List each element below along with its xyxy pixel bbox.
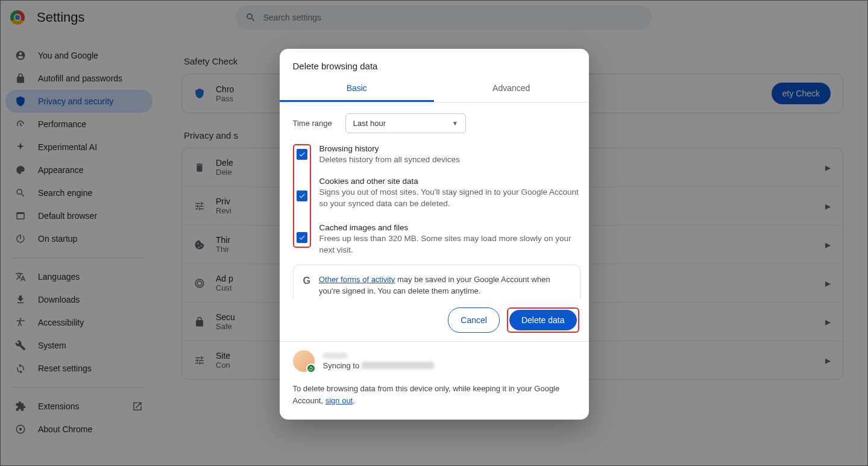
time-range-select[interactable]: Last hour ▼	[345, 113, 466, 133]
sign-out-link[interactable]: sign out	[326, 396, 353, 405]
delete-browsing-data-dialog: Delete browsing data Basic Advanced Time…	[280, 49, 589, 420]
option-sub: Frees up less than 320 MB. Some sites ma…	[319, 233, 580, 256]
time-range-value: Last hour	[353, 119, 386, 128]
google-g-icon: G	[303, 274, 310, 297]
modal-overlay: Delete browsing data Basic Advanced Time…	[1, 1, 867, 465]
account-email-redacted	[362, 362, 434, 369]
dialog-footer-note: To delete browsing data from this device…	[280, 380, 589, 420]
syncing-label: Syncing to	[323, 361, 360, 370]
option-label: Cached images and files	[319, 223, 580, 232]
tab-advanced[interactable]: Advanced	[434, 76, 589, 102]
dialog-tabs: Basic Advanced	[280, 76, 589, 102]
dialog-actions: Cancel Delete data	[280, 299, 589, 341]
dialog-body: Time range Last hour ▼ Browsing historyD…	[280, 102, 589, 299]
footer-text-end: .	[353, 396, 355, 405]
time-range-label: Time range	[293, 119, 332, 128]
google-account-note: G Other forms of activity may be saved i…	[293, 265, 580, 299]
checkbox-browsing-history[interactable]	[297, 149, 307, 160]
other-forms-link[interactable]: Other forms of activity	[319, 275, 395, 284]
chevron-down-icon: ▼	[452, 120, 458, 127]
sync-account-row: Syncing to	[280, 341, 589, 380]
sync-badge-icon	[306, 364, 316, 373]
delete-highlight: Delete data	[507, 307, 579, 333]
cancel-button[interactable]: Cancel	[448, 307, 500, 333]
tab-basic[interactable]: Basic	[280, 76, 435, 102]
checkbox-cookies[interactable]	[297, 190, 307, 201]
option-sub: Deletes history from all synced devices	[319, 154, 460, 166]
account-name-redacted	[323, 353, 347, 359]
checkbox-highlight-group	[293, 144, 311, 248]
option-label: Cookies and other site data	[319, 177, 580, 186]
dialog-title: Delete browsing data	[280, 49, 589, 76]
option-sub: Signs you out of most sites. You'll stay…	[319, 186, 580, 210]
checkbox-cache[interactable]	[297, 232, 307, 243]
delete-data-button[interactable]: Delete data	[509, 310, 577, 330]
option-label: Browsing history	[319, 144, 460, 153]
